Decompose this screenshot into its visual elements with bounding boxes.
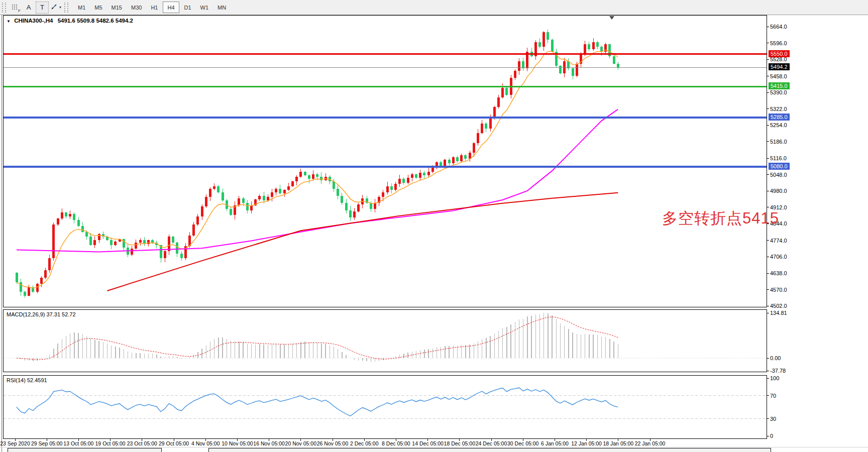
timeframe-button-m1[interactable]: M1 bbox=[74, 2, 89, 13]
price-axis-tickmark bbox=[767, 27, 769, 27]
toolbar-grip[interactable] bbox=[2, 3, 6, 13]
price-badge-5550.0: 5550.0 bbox=[769, 50, 790, 57]
quote-ohlc: 5491.6 5509.8 5482.6 5494.2 bbox=[58, 18, 133, 24]
price-axis-tick: 5664.0 bbox=[770, 24, 787, 30]
diagonal-arrows-icon bbox=[50, 3, 58, 12]
rsi-axis-tickmark bbox=[767, 436, 769, 436]
price-axis-tick: 5528.0 bbox=[770, 56, 787, 62]
price-badge-5415.0: 5415.0 bbox=[769, 82, 790, 89]
price-axis-tick: 5186.0 bbox=[770, 139, 787, 145]
macd-panel[interactable] bbox=[3, 309, 767, 372]
docked-window-edge-left[interactable] bbox=[8, 448, 162, 452]
time-axis-label: 30 Dec 05:00 bbox=[507, 440, 538, 446]
time-axis-label: 22 Jan 05:00 bbox=[635, 440, 666, 446]
time-axis-label: 18 Dec 05:00 bbox=[444, 440, 475, 446]
price-axis-tick: 5254.0 bbox=[770, 122, 787, 128]
chart-shift-marker[interactable] bbox=[609, 16, 614, 20]
price-chart-panel[interactable] bbox=[3, 15, 767, 307]
price-axis-tick: 5116.0 bbox=[770, 155, 787, 161]
timeframe-button-m30[interactable]: M30 bbox=[127, 2, 146, 13]
price-axis-tick: 4638.0 bbox=[770, 270, 787, 276]
rsi-axis-tick: 30 bbox=[770, 416, 776, 422]
price-axis-tickmark bbox=[767, 240, 769, 241]
price-axis-tickmark bbox=[767, 59, 769, 60]
macd-axis-tickmark bbox=[767, 313, 769, 313]
docked-window-edge-right[interactable] bbox=[208, 448, 771, 452]
price-axis-tick: 5390.0 bbox=[770, 89, 787, 95]
rsi-panel[interactable] bbox=[3, 375, 767, 439]
time-axis-label: 14 Dec 05:00 bbox=[412, 440, 443, 446]
rsi-axis-tick: 70 bbox=[770, 393, 776, 399]
rsi-line bbox=[17, 388, 618, 416]
price-axis-tickmark bbox=[767, 191, 769, 191]
timeframe-button-m15[interactable]: M15 bbox=[107, 2, 126, 13]
macd-label: MACD(12,26,9) 37.31 52.72 bbox=[7, 311, 76, 317]
rsi-canvas[interactable] bbox=[4, 376, 767, 438]
price-axis-tick: 5596.0 bbox=[770, 40, 787, 46]
horizontal-level-lines[interactable] bbox=[4, 54, 767, 167]
grid-letter: F bbox=[18, 9, 21, 13]
time-axis-label: 16 Nov 05:00 bbox=[253, 440, 284, 446]
price-axis-tickmark bbox=[767, 306, 769, 306]
toolbar-grip[interactable] bbox=[64, 3, 68, 13]
bottom-divider bbox=[0, 447, 868, 447]
timeframe-button-d1[interactable]: D1 bbox=[180, 2, 195, 13]
macd-histogram bbox=[17, 313, 618, 362]
macd-canvas[interactable] bbox=[4, 310, 767, 372]
trend-annotation-text: 多空转折点5415 bbox=[662, 208, 779, 229]
time-axis-label: 12 Jan 05:00 bbox=[571, 440, 602, 446]
price-axis-tickmark bbox=[767, 92, 769, 93]
time-axis-label: 4 Nov 05:00 bbox=[191, 440, 220, 446]
price-axis-tickmark bbox=[767, 141, 769, 142]
font-tool-label: A bbox=[27, 4, 31, 11]
time-axis-label: 26 Nov 05:00 bbox=[317, 440, 348, 446]
mt4-window: F A T ▾ M1M5M15M30H1H4D1W1MN bbox=[0, 0, 868, 452]
price-axis-tickmark bbox=[767, 273, 769, 274]
price-axis-tick: 5048.0 bbox=[770, 172, 787, 178]
price-axis-tickmark bbox=[767, 207, 769, 207]
timeframe-button-m5[interactable]: M5 bbox=[90, 2, 106, 13]
price-axis-tickmark bbox=[767, 289, 769, 290]
symbols-grid-button[interactable]: F bbox=[10, 2, 22, 13]
price-chart-canvas[interactable] bbox=[4, 16, 767, 307]
window-left-border bbox=[2, 15, 2, 452]
time-axis-label: 24 Dec 05:00 bbox=[476, 440, 507, 446]
timeframe-button-h4[interactable]: H4 bbox=[163, 2, 179, 13]
price-axis-tick: 4706.0 bbox=[770, 254, 787, 260]
time-axis-label: 2 Dec 05:00 bbox=[350, 440, 379, 446]
text-tool-label: T bbox=[40, 4, 44, 11]
rsi-label: RSI(14) 52.4591 bbox=[7, 377, 47, 383]
cursor-style-button[interactable]: ▾ bbox=[50, 2, 62, 13]
price-axis-tickmark bbox=[767, 174, 769, 175]
macd-axis-tickmark bbox=[767, 371, 769, 371]
price-axis-tickmark bbox=[767, 158, 769, 159]
rsi-axis-tick: 100 bbox=[770, 375, 779, 381]
price-badge-5080.0: 5080.0 bbox=[769, 163, 790, 170]
candlesticks bbox=[16, 30, 619, 298]
price-axis-tickmark bbox=[767, 108, 769, 109]
price-axis-tickmark bbox=[767, 125, 769, 126]
time-axis-label: 29 Oct 05:00 bbox=[159, 440, 189, 446]
time-axis-label: 10 Nov 05:00 bbox=[222, 440, 253, 446]
macd-axis-tick: -37.78 bbox=[770, 368, 786, 374]
current-price-badge: 5494.2 bbox=[769, 63, 790, 70]
timeframe-button-w1[interactable]: W1 bbox=[196, 2, 213, 13]
font-tool-button[interactable]: A bbox=[23, 2, 35, 13]
price-axis-tick: 4774.0 bbox=[770, 238, 787, 244]
macd-axis-tick: 134.81 bbox=[770, 310, 787, 316]
price-axis-tickmark bbox=[767, 257, 769, 257]
timeframe-button-mn[interactable]: MN bbox=[213, 2, 230, 13]
rsi-axis-tick: 0 bbox=[770, 433, 773, 439]
price-badge-5285.0: 5285.0 bbox=[769, 114, 790, 121]
text-tool-button[interactable]: T bbox=[36, 2, 49, 14]
time-axis-label: 29 Sep 05:00 bbox=[31, 440, 62, 446]
price-axis-tick: 5322.0 bbox=[770, 106, 787, 112]
toolbar: F A T ▾ M1M5M15M30H1H4D1W1MN bbox=[0, 0, 868, 15]
symbol-dropdown-icon[interactable]: ▼ bbox=[7, 19, 11, 24]
macd-axis-tick: 0.00 bbox=[770, 355, 781, 361]
timeframe-button-h1[interactable]: H1 bbox=[147, 2, 162, 13]
time-axis-label: 23 Sep 2020 bbox=[0, 440, 30, 446]
macd-axis-tickmark bbox=[767, 358, 769, 359]
chevron-down-icon: ▾ bbox=[59, 5, 61, 10]
rsi-axis-tickmark bbox=[767, 418, 769, 419]
